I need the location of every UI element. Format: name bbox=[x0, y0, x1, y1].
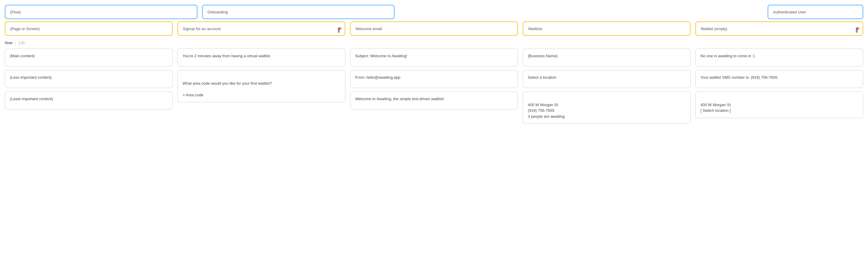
business-name-card: {Business Name} bbox=[523, 48, 690, 67]
area-code-card: What area code would you like for your f… bbox=[178, 70, 345, 102]
column-4: {Business Name} Select a location 400 W … bbox=[523, 48, 690, 124]
main-grid: (Main content) (Less important content) … bbox=[5, 48, 863, 124]
waitlists-card: Waitlists bbox=[523, 22, 690, 36]
address-awaiting-card: 400 W Morgan St (919) 756-7655 3 people … bbox=[523, 92, 690, 124]
now-section: Now | 136 bbox=[5, 41, 863, 45]
figma-icon-2 bbox=[855, 28, 860, 33]
select-location-card: Select a location bbox=[523, 70, 690, 88]
page-or-screen-card: (Page or Screen) bbox=[5, 22, 173, 36]
flow-card: (Flow) bbox=[5, 5, 197, 19]
now-text: Now bbox=[5, 41, 12, 45]
figma-icon bbox=[337, 28, 342, 33]
switch-location-card: 400 W Morgan St [ Switch location ] bbox=[695, 92, 863, 118]
column-2: You're 2 minutes away from having a virt… bbox=[178, 48, 345, 124]
no-one-awaiting-card: No one is awaiting to come in :) bbox=[695, 48, 863, 67]
onboarding-card: Onboarding bbox=[202, 5, 395, 19]
2min-away-card: You're 2 minutes away from having a virt… bbox=[178, 48, 345, 67]
waitlist-empty-card: Waitlist (empty) bbox=[695, 22, 863, 36]
column-5: No one is awaiting to come in :) Your wa… bbox=[695, 48, 863, 124]
authenticated-user-card: Authenticated User bbox=[768, 5, 863, 19]
signup-card: Signup for an account bbox=[178, 22, 345, 36]
signup-label: Signup for an account bbox=[183, 27, 220, 31]
main-content-card: (Main content) bbox=[5, 48, 173, 67]
welcome-email-label: Welcome email bbox=[355, 27, 382, 31]
page-or-screen-label: (Page or Screen) bbox=[10, 27, 40, 31]
authenticated-user-label: Authenticated User bbox=[773, 10, 806, 14]
less-important-card: (Less important content) bbox=[5, 70, 173, 88]
onboarding-label: Onboarding bbox=[208, 10, 228, 14]
waitlists-label: Waitlists bbox=[528, 27, 542, 31]
now-count: 136 bbox=[18, 41, 25, 45]
column-1: (Main content) (Less important content) … bbox=[5, 48, 173, 124]
divider: | bbox=[15, 41, 16, 45]
column-3: Subject: Welcome to Awaiting! From: hell… bbox=[350, 48, 518, 124]
waitlist-empty-label: Waitlist (empty) bbox=[701, 27, 727, 31]
least-important-card: (Least important content) bbox=[5, 92, 173, 109]
from-card: From: hello@awaiting.app bbox=[350, 70, 518, 88]
welcome-email-card: Welcome email bbox=[350, 22, 518, 36]
welcome-text-card: Welcome to Awaiting, the simple text-dri… bbox=[350, 92, 518, 109]
sms-number-card: Your waitlist SMS number is: (919) 756-7… bbox=[695, 70, 863, 88]
subject-card: Subject: Welcome to Awaiting! bbox=[350, 48, 518, 67]
flow-label: (Flow) bbox=[10, 10, 21, 14]
